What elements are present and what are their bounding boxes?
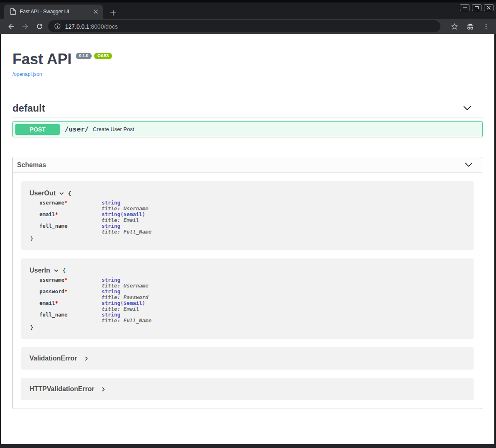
tab-close-icon[interactable] — [92, 8, 100, 15]
property-title: title: Email — [102, 306, 145, 312]
required-star: * — [55, 211, 58, 217]
property-title: title: Password — [102, 295, 148, 300]
minimize-icon — [463, 7, 467, 8]
property-type: string — [102, 277, 148, 283]
property-info: stringtitle: Username — [102, 277, 148, 289]
site-info-icon[interactable] — [54, 23, 61, 30]
tag-name: default — [12, 102, 45, 114]
models-list: UserOut{username*stringtitle: Usernameem… — [13, 173, 482, 409]
version-badge: 0.1.0 — [76, 53, 92, 59]
schemas-heading: Schemas — [17, 161, 46, 169]
address-bar[interactable]: 127.0.0.1:8000/docs — [48, 20, 440, 32]
model-httpvalidationerror: HTTPValidationError — [21, 378, 474, 400]
operation-post-user[interactable]: POST /user/ Create User Post — [12, 121, 483, 137]
property-info: stringtitle: Password — [102, 289, 148, 300]
operation-path: /user/ — [65, 125, 89, 133]
property-title: title: Email — [102, 217, 145, 223]
chevron-right-icon[interactable] — [84, 356, 89, 361]
property-type: string — [102, 200, 148, 206]
model-name: UserIn — [29, 267, 50, 274]
model-properties: username*stringtitle: Usernamepassword*s… — [39, 277, 465, 324]
property-title: title: Username — [102, 283, 148, 289]
reload-icon[interactable] — [32, 20, 46, 33]
required-star: * — [64, 277, 68, 283]
tag-section-header[interactable]: default — [12, 100, 484, 117]
oas-badge: OAS3 — [94, 53, 112, 59]
property-name: email* — [39, 300, 102, 312]
method-badge[interactable]: POST — [15, 124, 60, 135]
new-tab-button[interactable] — [108, 8, 118, 18]
chevron-down-icon[interactable] — [53, 268, 59, 273]
property-info: stringtitle: Full_Name — [102, 312, 151, 324]
property-type: string — [102, 223, 151, 229]
property-name: full_name — [39, 312, 102, 324]
browser-window: Fast API - Swagger UI — [0, 0, 496, 448]
model-name: ValidationError — [29, 355, 77, 362]
property-type: string($email) — [102, 212, 145, 217]
openapi-spec-link[interactable]: /openapi.json — [12, 71, 42, 77]
menu-icon[interactable] — [480, 21, 492, 32]
property-info: stringtitle: Username — [102, 200, 148, 212]
property-row: email*string($email)title: Email — [39, 300, 465, 312]
model-validationerror: ValidationError — [21, 347, 474, 370]
browser-tab[interactable]: Fast API - Swagger UI — [4, 5, 103, 19]
property-name: full_name — [39, 223, 102, 235]
property-type: string — [102, 289, 148, 295]
model-name: UserOut — [29, 190, 56, 197]
tab-title: Fast API - Swagger UI — [20, 9, 92, 15]
forward-icon[interactable] — [18, 20, 32, 33]
model-toggle[interactable]: UserIn{ — [29, 267, 465, 274]
model-name: HTTPValidationError — [29, 385, 94, 393]
property-name: email* — [39, 212, 102, 223]
model-toggle[interactable]: UserOut{ — [29, 190, 465, 197]
minimize-button[interactable] — [460, 4, 469, 11]
property-row: email*string($email)title: Email — [39, 212, 465, 223]
page-favicon-icon — [10, 8, 16, 15]
tab-strip: Fast API - Swagger UI — [0, 2, 496, 19]
schemas-header[interactable]: Schemas — [13, 157, 482, 173]
required-star: * — [64, 288, 68, 295]
close-button[interactable] — [484, 4, 494, 11]
back-icon[interactable] — [4, 20, 18, 33]
model-toggle[interactable]: HTTPValidationError — [29, 385, 465, 393]
property-title: title: Full_Name — [102, 318, 151, 324]
api-badges: 0.1.0 OAS3 — [76, 53, 112, 59]
property-row: username*stringtitle: Username — [39, 200, 465, 212]
chevron-down-icon[interactable] — [463, 105, 472, 112]
browser-toolbar: 127.0.0.1:8000/docs — [0, 19, 496, 34]
property-title: title: Username — [102, 206, 148, 212]
operation-summary: Create User Post — [93, 126, 134, 132]
incognito-icon — [464, 21, 476, 32]
api-title-text: Fast API — [12, 51, 72, 68]
property-row: username*stringtitle: Username — [39, 277, 465, 289]
api-info: Fast API 0.1.0 OAS3 /openapi.json — [12, 51, 112, 78]
property-row: full_namestringtitle: Full_Name — [39, 223, 465, 235]
url-path: :8000/docs — [89, 23, 118, 30]
required-star: * — [55, 300, 58, 306]
swagger-page: Fast API 0.1.0 OAS3 /openapi.json defaul… — [0, 34, 496, 444]
chevron-down-icon[interactable] — [59, 191, 64, 196]
open-brace: { — [63, 268, 66, 274]
maximize-button[interactable] — [472, 4, 481, 11]
property-type: string — [102, 312, 151, 318]
url-text: 127.0.0.1:8000/docs — [65, 23, 118, 30]
property-row: password*stringtitle: Password — [39, 289, 465, 300]
property-row: full_namestringtitle: Full_Name — [39, 312, 465, 324]
property-info: string($email)title: Email — [102, 212, 145, 223]
required-star: * — [64, 200, 68, 206]
close-brace: } — [30, 236, 465, 242]
window-controls — [460, 4, 494, 11]
chevron-right-icon[interactable] — [101, 387, 106, 392]
property-name: password* — [39, 289, 102, 300]
property-name: username* — [39, 200, 102, 212]
model-properties: username*stringtitle: Usernameemail*stri… — [39, 200, 465, 235]
bookmark-star-icon[interactable] — [449, 21, 460, 32]
open-brace: { — [68, 190, 71, 197]
chevron-down-icon[interactable] — [464, 162, 473, 168]
property-info: stringtitle: Full_Name — [102, 223, 151, 235]
model-toggle[interactable]: ValidationError — [29, 355, 465, 362]
property-name: username* — [39, 277, 102, 289]
page-title: Fast API 0.1.0 OAS3 — [12, 51, 112, 68]
property-title: title: Full_Name — [102, 229, 151, 235]
property-info: string($email)title: Email — [102, 300, 145, 312]
